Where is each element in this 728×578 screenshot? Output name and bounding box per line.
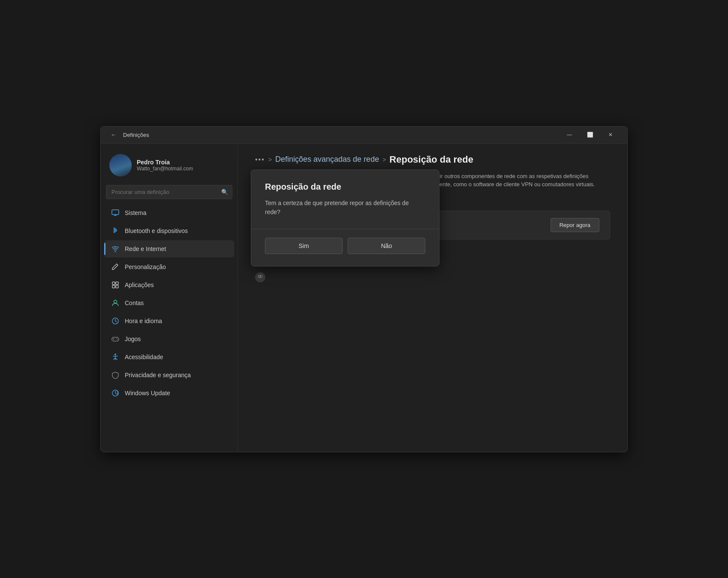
bluetooth-icon (111, 227, 120, 235)
clock-icon (111, 317, 120, 325)
sidebar-label-contas: Contas (125, 300, 144, 306)
sidebar-item-privacidade[interactable]: Privacidade e segurança (104, 366, 234, 384)
svg-point-15 (114, 354, 116, 355)
sidebar-label-hora: Hora e idioma (125, 318, 162, 324)
svg-point-8 (114, 300, 117, 303)
svg-point-14 (117, 339, 118, 340)
confirmation-dialog: Reposição da rede Tem a certeza de que p… (251, 169, 439, 266)
dialog-divider (251, 229, 439, 229)
avatar (109, 154, 132, 176)
person-icon (111, 299, 120, 307)
monitor-icon (111, 209, 120, 217)
sidebar-label-aplicacoes: Aplicações (125, 281, 154, 288)
sidebar-item-sistema[interactable]: Sistema (104, 204, 234, 221)
user-profile: Pedro Troia Watto_fan@hotmail.com (104, 149, 234, 185)
user-info: Pedro Troia Watto_fan@hotmail.com (137, 159, 193, 172)
accessibility-icon (111, 353, 120, 361)
svg-point-3 (115, 251, 116, 252)
sidebar-item-jogos[interactable]: Jogos (104, 330, 234, 348)
network-icon (111, 245, 120, 253)
shield-icon (111, 371, 120, 379)
search-icon: 🔍 (221, 189, 228, 195)
titlebar: ← Definições — ⬜ ✕ (101, 127, 627, 144)
svg-point-13 (116, 338, 117, 339)
dialog-title: Reposição da rede (265, 182, 425, 192)
sidebar-label-acessibilidade: Acessibilidade (125, 354, 163, 360)
brush-icon (111, 263, 120, 271)
sidebar-label-personalizacao: Personalização (125, 263, 166, 270)
dialog-message: Tem a certeza de que pretende repor as d… (265, 199, 425, 217)
sidebar-label-windows-update: Windows Update (125, 390, 170, 396)
sidebar-item-contas[interactable]: Contas (104, 294, 234, 312)
sidebar-label-rede: Rede e Internet (125, 245, 166, 252)
svg-rect-5 (116, 282, 118, 284)
update-icon (111, 389, 120, 397)
search-input[interactable] (106, 185, 232, 199)
gamepad-icon (111, 335, 120, 343)
svg-rect-4 (112, 282, 115, 284)
sidebar-item-hora[interactable]: Hora e idioma (104, 312, 234, 330)
sidebar-item-windows-update[interactable]: Windows Update (104, 384, 234, 402)
sidebar-item-bluetooth[interactable]: Bluetooth e dispositivos (104, 222, 234, 239)
user-name: Pedro Troia (137, 159, 193, 166)
svg-rect-6 (112, 285, 115, 288)
sidebar-item-personalizacao[interactable]: Personalização (104, 258, 234, 275)
dialog-no-button[interactable]: Não (348, 238, 425, 254)
sidebar-label-jogos: Jogos (125, 336, 141, 342)
dialog-buttons: Sim Não (265, 238, 425, 254)
sidebar-item-rede[interactable]: Rede e Internet (104, 240, 234, 257)
svg-rect-7 (116, 285, 118, 288)
close-button[interactable]: ✕ (601, 128, 620, 142)
minimize-button[interactable]: — (560, 128, 579, 142)
sidebar-label-sistema: Sistema (125, 209, 147, 216)
dialog-yes-button[interactable]: Sim (265, 238, 343, 254)
main-content: ••• > Definições avançadas de rede > Rep… (238, 144, 627, 452)
settings-window: ← Definições — ⬜ ✕ Pedro Troia Watto_fan… (100, 126, 628, 452)
sidebar: Pedro Troia Watto_fan@hotmail.com 🔍 (101, 144, 238, 452)
search-box: 🔍 (106, 185, 232, 199)
sidebar-item-aplicacoes[interactable]: Aplicações (104, 276, 234, 294)
window-controls: — ⬜ ✕ (560, 128, 620, 142)
nav-menu: Sistema Bluetooth e dispositivos (104, 204, 234, 402)
user-email: Watto_fan@hotmail.com (137, 166, 193, 172)
back-button[interactable]: ← (108, 129, 120, 141)
sidebar-item-acessibilidade[interactable]: Acessibilidade (104, 348, 234, 366)
svg-rect-0 (112, 210, 119, 215)
content-area: Pedro Troia Watto_fan@hotmail.com 🔍 (101, 144, 627, 452)
maximize-button[interactable]: ⬜ (580, 128, 600, 142)
sidebar-label-bluetooth: Bluetooth e dispositivos (125, 227, 188, 234)
window-title: Definições (123, 132, 560, 138)
sidebar-label-privacidade: Privacidade e segurança (125, 372, 191, 378)
apps-icon (111, 281, 120, 289)
dialog-overlay: Reposição da rede Tem a certeza de que p… (238, 144, 627, 452)
